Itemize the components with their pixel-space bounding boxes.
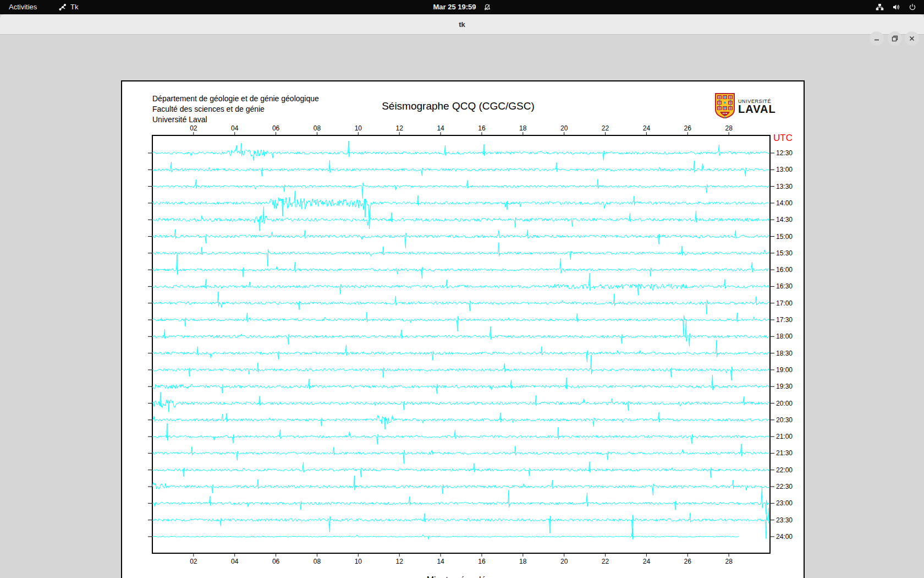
seismogram-trace-20:30 — [152, 412, 769, 429]
seismogram-trace-13:00 — [152, 160, 769, 176]
seismogram-trace-14:30 — [152, 206, 769, 231]
utc-time-label: 15:00 — [776, 233, 793, 241]
x-tick-bottom: 10 — [355, 558, 362, 565]
utc-time-label: 19:30 — [776, 383, 793, 390]
x-tick-top: 22 — [602, 124, 609, 132]
x-tick-bottom: 16 — [478, 558, 486, 565]
seismogram-trace-17:30 — [152, 312, 769, 335]
seismogram-trace-19:30 — [152, 375, 769, 394]
seismogram-trace-23:00 — [152, 488, 769, 514]
utc-time-label: 16:30 — [776, 282, 793, 290]
x-tick-top: 28 — [725, 124, 733, 132]
x-tick-top: 06 — [272, 124, 280, 132]
x-tick-bottom: 18 — [519, 558, 527, 565]
x-tick-top: 04 — [231, 124, 239, 132]
gnome-top-bar: Activities Tk Mar 25 19:59 — [0, 0, 924, 14]
x-tick-top: 14 — [437, 124, 444, 132]
x-tick-top: 12 — [396, 124, 404, 132]
utc-time-label: 20:00 — [776, 400, 793, 407]
seismogram-trace-18:30 — [152, 340, 769, 362]
utc-time-label: 16:00 — [776, 266, 793, 274]
seismogram-trace-22:30 — [152, 476, 769, 495]
window-titlebar[interactable]: tk — [0, 14, 924, 35]
seismograph-canvas: Département de géologie et de génie géol… — [121, 80, 805, 578]
utc-time-label: 22:00 — [776, 466, 793, 474]
x-tick-bottom: 24 — [643, 558, 651, 565]
x-tick-bottom: 12 — [396, 558, 404, 565]
utc-time-label: 18:30 — [776, 350, 793, 357]
x-tick-top: 24 — [643, 124, 651, 132]
x-tick-bottom: 26 — [684, 558, 692, 565]
seismogram-trace-22:00 — [152, 462, 769, 478]
seismogram-trace-15:30 — [152, 243, 769, 266]
x-tick-top: 02 — [190, 124, 197, 132]
seismogram-trace-16:30 — [152, 273, 769, 295]
minimize-button[interactable] — [870, 31, 884, 46]
x-tick-top: 10 — [355, 124, 362, 132]
seismogram-trace-18:00 — [152, 320, 769, 346]
seismogram-trace-13:30 — [152, 179, 769, 199]
x-tick-top: 26 — [684, 124, 692, 132]
seismogram-trace-12:30 — [152, 141, 769, 161]
seismogram-trace-23:30 — [152, 508, 769, 539]
utc-time-label: 21:00 — [776, 433, 793, 440]
app-name-label: Tk — [70, 0, 78, 14]
seismogram-trace-17:00 — [152, 292, 769, 314]
seismogram-trace-20:00 — [152, 392, 769, 412]
utc-time-label: 12:30 — [776, 149, 793, 157]
utc-time-label: 14:30 — [776, 216, 793, 223]
seismogram-trace-21:00 — [152, 423, 769, 444]
activities-button[interactable]: Activities — [9, 0, 37, 14]
x-tick-bottom: 08 — [314, 558, 321, 565]
x-tick-bottom: 14 — [437, 558, 444, 565]
x-tick-top: 08 — [314, 124, 321, 132]
notifications-muted-icon — [484, 4, 491, 11]
utc-time-label: 24:00 — [776, 533, 793, 541]
power-icon — [909, 3, 916, 11]
utc-time-label: 17:30 — [776, 316, 793, 324]
system-status-area[interactable] — [876, 0, 916, 14]
utc-time-label: 20:30 — [776, 416, 793, 424]
utc-time-label: 13:30 — [776, 183, 793, 190]
seismogram-trace-21:30 — [152, 444, 769, 464]
utc-time-label: 19:00 — [776, 366, 793, 374]
x-tick-bottom: 22 — [602, 558, 609, 565]
x-tick-bottom: 04 — [231, 558, 239, 565]
seismogram-trace-15:00 — [152, 230, 769, 248]
utc-time-label: 17:00 — [776, 299, 793, 307]
utc-time-label: 23:30 — [776, 516, 793, 524]
window-title: tk — [459, 14, 465, 35]
seismogram-trace-14:00 — [152, 191, 769, 229]
utc-time-label: 18:00 — [776, 332, 793, 340]
seismogram-trace-19:00 — [152, 355, 769, 380]
x-tick-bottom: 28 — [725, 558, 733, 565]
tk-app-icon — [59, 3, 67, 11]
close-button[interactable] — [905, 31, 919, 46]
x-tick-bottom: 02 — [190, 558, 197, 565]
x-tick-bottom: 20 — [560, 558, 568, 565]
utc-time-label: 23:00 — [776, 499, 793, 507]
x-tick-top: 18 — [519, 124, 527, 132]
utc-time-label: 21:30 — [776, 449, 793, 457]
focused-app-menu[interactable]: Tk — [59, 0, 78, 14]
utc-time-label: 13:00 — [776, 166, 793, 173]
utc-time-label: 22:30 — [776, 483, 793, 490]
x-tick-bottom: 06 — [272, 558, 280, 565]
clock-label[interactable]: Mar 25 19:59 — [433, 0, 476, 14]
seismogram-trace-24:00 — [152, 528, 739, 539]
seismograph-plot: 0202040406060808101012121414161618182020… — [122, 81, 804, 578]
network-wired-icon — [876, 3, 884, 11]
seismogram-trace-16:00 — [152, 254, 769, 279]
x-tick-top: 16 — [478, 124, 486, 132]
tk-window-body: Département de géologie et de génie géol… — [0, 35, 924, 578]
x-tick-top: 20 — [560, 124, 568, 132]
volume-icon — [892, 3, 900, 11]
maximize-button[interactable] — [888, 31, 902, 46]
utc-time-label: 15:30 — [776, 249, 793, 257]
utc-time-label: 14:00 — [776, 199, 793, 207]
